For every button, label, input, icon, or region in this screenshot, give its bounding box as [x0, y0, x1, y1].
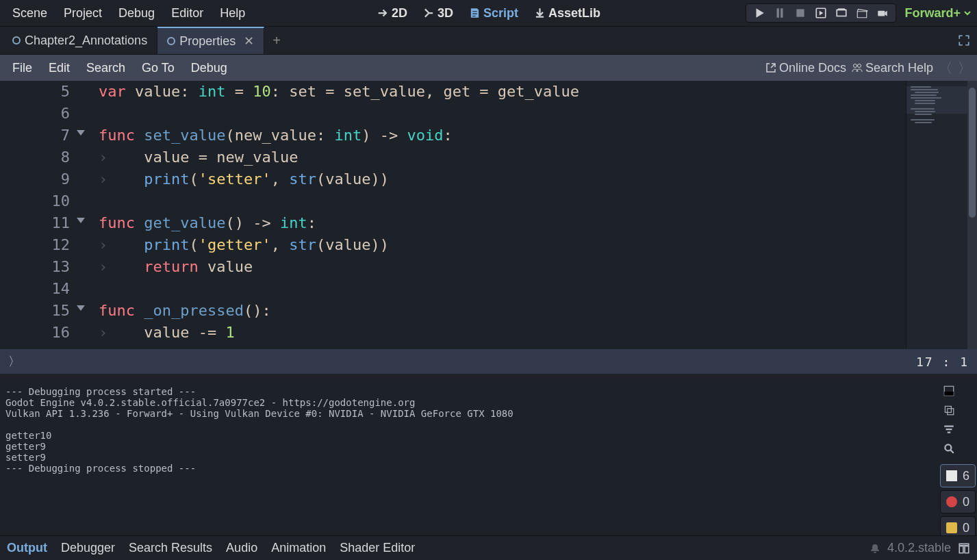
svg-rect-8 — [948, 409, 954, 415]
svg-rect-1 — [837, 10, 847, 16]
layout-toggle-icon[interactable] — [958, 542, 970, 555]
editor-status-bar: 〉 17 : 1 — [0, 349, 977, 374]
svg-rect-2 — [878, 11, 885, 16]
clapper-icon[interactable] — [856, 7, 868, 19]
editor-main[interactable]: 5678910111213141516 var value: int = 10:… — [0, 81, 906, 349]
view-3d-label: 3D — [437, 6, 453, 21]
menu-project[interactable]: Project — [57, 2, 109, 25]
bottom-tab-audio[interactable]: Audio — [226, 541, 257, 555]
error-icon — [946, 496, 957, 507]
search-help-link[interactable]: Search Help — [852, 61, 933, 75]
messages-count: 6 — [963, 469, 969, 483]
menu-help[interactable]: Help — [213, 2, 252, 25]
nav-back-button[interactable]: 〈 — [939, 59, 952, 77]
playback-toolbar — [746, 3, 896, 23]
svg-rect-7 — [945, 406, 951, 412]
bottom-tab-shader-editor[interactable]: Shader Editor — [340, 541, 415, 555]
view-assetlib-label: AssetLib — [548, 6, 600, 21]
submenu-go-to[interactable]: Go To — [135, 58, 181, 78]
status-prompt: 〉 — [8, 353, 21, 370]
people-icon — [852, 62, 863, 73]
menu-debug[interactable]: Debug — [112, 2, 162, 25]
file-tab[interactable]: Properties✕ — [157, 27, 264, 54]
fold-arrow-icon[interactable] — [77, 305, 85, 311]
editor-scrollbar[interactable] — [967, 81, 977, 349]
menu-scene[interactable]: Scene — [5, 2, 54, 25]
download-icon — [533, 7, 546, 19]
bell-icon[interactable] — [870, 543, 880, 554]
view-script-button[interactable]: Script — [464, 3, 522, 23]
cursor-position: 17 : 1 — [916, 355, 969, 369]
menu-editor[interactable]: Editor — [164, 2, 210, 25]
console-side-toolbar: 6 0 0 2 — [939, 379, 977, 535]
chevron-down-icon — [963, 9, 972, 17]
file-tab[interactable]: Chapter2_Annotations — [3, 27, 157, 54]
close-tab-icon[interactable]: ✕ — [244, 34, 254, 49]
view-2d-button[interactable]: 2D — [372, 3, 411, 23]
renderer-label-text: Forward+ — [904, 6, 961, 21]
submenu-search[interactable]: Search — [79, 58, 132, 78]
version-label: 4.0.2.stable — [887, 541, 951, 555]
file-tab-label: Properties — [179, 34, 236, 49]
file-tab-label: Chapter2_Annotations — [25, 34, 147, 48]
movie-icon[interactable] — [835, 7, 848, 19]
errors-count: 0 — [963, 495, 969, 509]
arrow-3d-icon — [422, 7, 435, 19]
viewport-mode-switcher: 2D 3D Script AssetLib — [372, 3, 605, 23]
view-2d-label: 2D — [392, 6, 407, 21]
online-docs-link[interactable]: Online Docs — [765, 61, 846, 75]
top-right-tools: Forward+ — [746, 3, 972, 23]
script-tab-icon — [167, 37, 175, 45]
bottom-tab-debugger[interactable]: Debugger — [61, 541, 115, 555]
pause-icon[interactable] — [774, 7, 786, 19]
distraction-free-icon[interactable] — [951, 27, 977, 54]
open-file-tabs: Chapter2_AnnotationsProperties✕ + — [0, 26, 977, 55]
svg-rect-6 — [944, 392, 954, 396]
fold-arrow-icon[interactable] — [77, 130, 85, 136]
bottom-tab-search-results[interactable]: Search Results — [129, 541, 212, 555]
code-content[interactable]: var value: int = 10: set = set_value, ge… — [75, 81, 906, 349]
search-help-label: Search Help — [865, 61, 933, 75]
search-icon[interactable] — [943, 442, 955, 455]
line-number-gutter: 5678910111213141516 — [0, 81, 75, 349]
camera-icon[interactable] — [876, 7, 889, 19]
panel-splitter[interactable] — [0, 374, 977, 379]
script-tab-icon — [12, 36, 21, 44]
console-output[interactable]: --- Debugging process started --- Godot … — [0, 379, 939, 535]
view-script-label: Script — [483, 6, 518, 21]
submenu-file[interactable]: File — [5, 58, 39, 78]
warning-icon — [946, 522, 957, 533]
output-panel: --- Debugging process started --- Godot … — [0, 379, 977, 535]
fold-arrow-icon[interactable] — [77, 218, 85, 223]
script-icon — [468, 7, 481, 19]
bottom-tabbar: OutputDebuggerSearch ResultsAudioAnimati… — [0, 535, 977, 560]
renderer-selector[interactable]: Forward+ — [904, 6, 972, 21]
dock-bottom-icon[interactable] — [943, 385, 955, 397]
view-assetlib-button[interactable]: AssetLib — [529, 3, 605, 23]
minimap[interactable] — [906, 81, 967, 349]
copy-icon[interactable] — [943, 404, 955, 416]
submenu-edit[interactable]: Edit — [42, 58, 77, 78]
svg-point-9 — [945, 444, 951, 450]
errors-badge[interactable]: 0 — [940, 490, 976, 513]
play-scene-icon[interactable] — [815, 7, 827, 19]
code-editor: 5678910111213141516 var value: int = 10:… — [0, 81, 977, 349]
svg-point-3 — [853, 64, 857, 68]
top-menubar: SceneProjectDebugEditorHelp 2D 3D Script… — [0, 0, 977, 26]
nav-forward-button[interactable]: 〉 — [958, 59, 972, 77]
bottom-tab-animation[interactable]: Animation — [271, 541, 326, 555]
script-menubar: FileEditSearchGo ToDebug Online Docs Sea… — [0, 55, 977, 81]
play-icon[interactable] — [753, 7, 765, 19]
messages-badge[interactable]: 6 — [940, 464, 976, 487]
stop-icon[interactable] — [794, 7, 807, 19]
add-tab-button[interactable]: + — [264, 27, 289, 54]
external-link-icon — [765, 62, 776, 73]
svg-point-4 — [857, 64, 861, 68]
submenu-debug[interactable]: Debug — [184, 58, 234, 78]
arrow-icon — [377, 7, 389, 19]
editor-scrollbar-thumb[interactable] — [969, 88, 976, 218]
bottom-tab-output[interactable]: Output — [7, 541, 47, 555]
message-icon — [946, 470, 957, 481]
view-3d-button[interactable]: 3D — [418, 3, 457, 23]
filter-icon[interactable] — [943, 423, 955, 435]
